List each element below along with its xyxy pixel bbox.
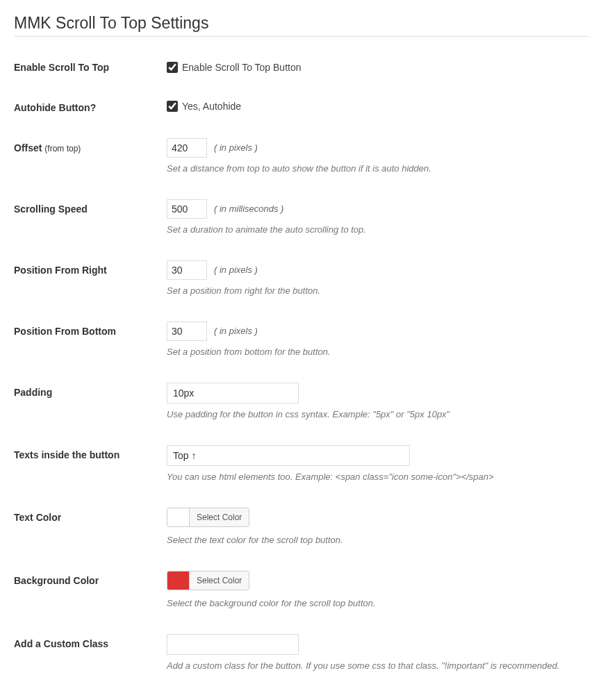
speed-description: Set a duration to animate the auto scrol…: [167, 224, 582, 236]
pos-bottom-unit: ( in pixels ): [214, 326, 258, 338]
pos-bottom-input[interactable]: [167, 322, 207, 341]
bg-color-description: Select the background color for the scro…: [167, 598, 582, 610]
settings-form-table: Enable Scroll To Top Enable Scroll To To…: [14, 54, 589, 686]
bg-color-swatch[interactable]: [167, 572, 190, 590]
text-color-picker[interactable]: Select Color: [167, 508, 249, 527]
padding-description: Use padding for the button in css syntax…: [167, 409, 582, 421]
padding-input[interactable]: [167, 383, 299, 403]
enable-label: Enable Scroll To Top: [14, 54, 167, 88]
offset-label: Offset (from top): [14, 128, 167, 189]
pos-right-input[interactable]: [167, 260, 207, 280]
custom-class-input[interactable]: [167, 634, 299, 655]
bg-color-button[interactable]: Select Color: [190, 572, 249, 590]
texts-description: You can use html elements too. Example: …: [167, 472, 582, 483]
autohide-checkbox-wrap[interactable]: Yes, Autohide: [167, 100, 582, 112]
text-color-label: Text Color: [14, 497, 167, 560]
enable-checkbox-wrap[interactable]: Enable Scroll To Top Button: [167, 61, 582, 74]
autohide-label: Autohide Button?: [14, 88, 167, 128]
offset-unit: ( in pixels ): [214, 142, 258, 154]
page-title: MMK Scroll To Top Settings: [14, 7, 589, 36]
padding-label: Padding: [14, 372, 167, 435]
texts-label: Texts inside the button: [14, 435, 167, 497]
offset-input[interactable]: [167, 138, 207, 158]
offset-description: Set a distance from top to auto show the…: [167, 163, 582, 175]
speed-label: Scrolling Speed: [14, 189, 167, 250]
bg-color-picker[interactable]: Select Color: [167, 571, 249, 590]
text-color-button[interactable]: Select Color: [190, 508, 249, 526]
enable-checkbox-label: Enable Scroll To Top Button: [182, 61, 302, 74]
autohide-checkbox-label: Yes, Autohide: [182, 100, 241, 112]
text-color-description: Select the text color for the scroll top…: [167, 535, 582, 547]
pos-right-description: Set a position from right for the button…: [167, 285, 582, 297]
pos-right-unit: ( in pixels ): [214, 265, 258, 276]
speed-input[interactable]: [167, 199, 207, 219]
pos-bottom-description: Set a position from bottom for the butto…: [167, 347, 582, 358]
bg-color-label: Background Color: [14, 560, 167, 624]
pos-bottom-label: Position From Bottom: [14, 311, 167, 372]
custom-class-description: Add a custom class for the button. If yo…: [167, 660, 582, 672]
autohide-checkbox[interactable]: [167, 101, 178, 112]
speed-unit: ( in milliseconds ): [214, 203, 283, 215]
pos-right-label: Position From Right: [14, 250, 167, 311]
custom-class-label: Add a Custom Class: [14, 624, 167, 686]
enable-checkbox[interactable]: [167, 62, 178, 73]
text-color-swatch[interactable]: [167, 508, 190, 526]
texts-input[interactable]: [167, 445, 410, 466]
